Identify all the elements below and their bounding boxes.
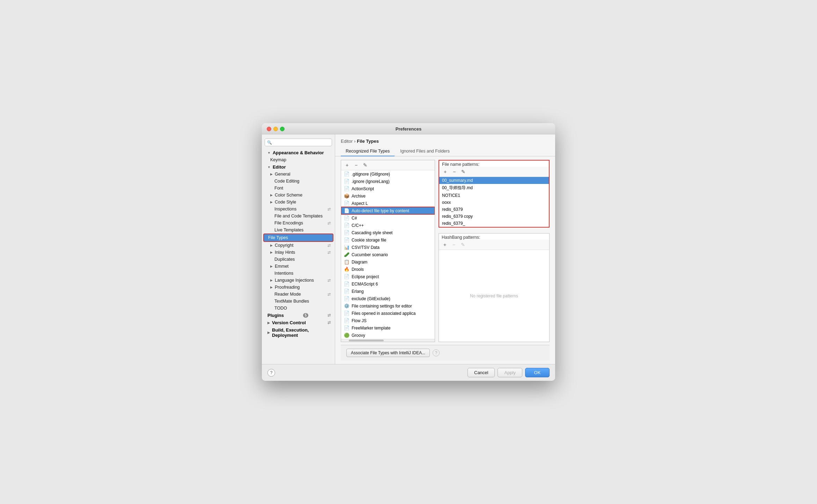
sidebar-item-label: Inspections [274, 207, 296, 212]
remove-hashbang-button[interactable]: − [450, 241, 458, 248]
sidebar-item-live-templates[interactable]: Live Templates [262, 227, 335, 234]
sync-icon: ⇄ [327, 320, 331, 325]
pattern-item[interactable]: redis_6379_ [439, 220, 549, 227]
sidebar-item-duplicates[interactable]: Duplicates [262, 256, 335, 263]
groovy-icon: 🟢 [344, 333, 349, 338]
sidebar-item-emmet[interactable]: ▶ Emmet [262, 263, 335, 270]
pattern-item[interactable]: redis_6379 copy [439, 213, 549, 220]
sidebar-item-language-injections[interactable]: ▶ Language Injections ⇄ [262, 277, 335, 284]
list-item[interactable]: 📄 Erlang [341, 288, 435, 295]
list-item[interactable]: 📄 .ignore (IgnoreLang) [341, 178, 435, 185]
hashbang-patterns-panel: HashBang patterns: + − ✎ No registered f… [439, 233, 550, 342]
sidebar-item-file-templates[interactable]: File and Code Templates [262, 213, 335, 220]
sidebar-item-proofreading[interactable]: ▶ Proofreading [262, 284, 335, 291]
sidebar-item-label: Language Injections [275, 278, 314, 283]
list-item[interactable]: 📄 Flow JS [341, 317, 435, 324]
remove-file-type-button[interactable]: − [352, 162, 360, 169]
horizontal-scrollbar[interactable] [341, 339, 435, 342]
sidebar-item-file-types[interactable]: File Types [263, 234, 333, 242]
sidebar-item-appearance[interactable]: ▼ Appearance & Behavior [262, 149, 335, 156]
sidebar-item-file-encodings[interactable]: File Encodings ⇄ [262, 220, 335, 227]
sidebar-item-label: Color Scheme [275, 193, 302, 198]
sidebar-item-inlay-hints[interactable]: ▶ Inlay Hints ⇄ [262, 249, 335, 256]
ok-button[interactable]: OK [525, 368, 550, 377]
question-button[interactable]: ? [267, 369, 275, 377]
file-icon: 📄 [344, 171, 349, 177]
sidebar-item-reader-mode[interactable]: Reader Mode ⇄ [262, 291, 335, 298]
pattern-item[interactable]: 00_summary.md [439, 177, 549, 184]
close-button[interactable] [267, 127, 271, 131]
help-icon[interactable]: ? [433, 349, 440, 356]
sidebar-item-label: Version Control [272, 320, 306, 325]
associate-button[interactable]: Associate File Types with IntelliJ IDEA.… [346, 349, 430, 357]
sidebar-item-plugins[interactable]: Plugins 5 ⇄ [262, 312, 335, 319]
chevron-right-icon: ▶ [270, 279, 273, 282]
sidebar-item-copyright[interactable]: ▶ Copyright ⇄ [262, 242, 335, 249]
sidebar-item-general[interactable]: ▶ General [262, 171, 335, 178]
minimize-button[interactable] [273, 127, 278, 131]
titlebar: Preferences [262, 123, 555, 134]
sidebar-item-editor[interactable]: ▼ Editor [262, 163, 335, 171]
search-input[interactable] [273, 140, 330, 145]
list-item[interactable]: 🔥 Drools [341, 266, 435, 273]
edit-pattern-button[interactable]: ✎ [459, 168, 467, 175]
list-item[interactable]: 🟢 Groovy [341, 332, 435, 339]
list-item[interactable]: ⚙️ File containing settings for editor [341, 302, 435, 310]
list-item[interactable]: 📄 Aspect L [341, 200, 435, 207]
sidebar-item-label: Inlay Hints [275, 250, 295, 255]
add-hashbang-button[interactable]: + [441, 241, 449, 248]
sidebar: 🔍 ▼ Appearance & Behavior Keymap ▼ Edito… [262, 134, 335, 364]
sidebar-item-keymap[interactable]: Keymap [262, 156, 335, 163]
sidebar-item-build[interactable]: ▶ Build, Execution, Deployment [262, 326, 335, 339]
list-item[interactable]: 🥒 Cucumber scenario [341, 251, 435, 258]
list-item[interactable]: 📄 Cascading style sheet [341, 229, 435, 236]
sidebar-item-version-control[interactable]: ▶ Version Control ⇄ [262, 319, 335, 326]
sidebar-item-code-editing[interactable]: Code Editing [262, 178, 335, 185]
pattern-item[interactable]: NOTICE1 [439, 192, 549, 199]
sidebar-item-textmate[interactable]: TextMate Bundles [262, 298, 335, 305]
tab-ignored[interactable]: Ignored Files and Folders [395, 147, 455, 156]
sidebar-item-todo[interactable]: TODO [262, 305, 335, 312]
cancel-button[interactable]: Cancel [468, 368, 495, 377]
list-item[interactable]: 📄 .gitignore (GitIgnore) [341, 170, 435, 178]
search-icon: 🔍 [267, 140, 272, 145]
sidebar-search[interactable]: 🔍 [265, 139, 332, 146]
edit-file-type-button[interactable]: ✎ [361, 162, 369, 169]
pattern-item[interactable]: ooxx [439, 199, 549, 206]
sidebar-item-intentions[interactable]: Intentions [262, 270, 335, 277]
list-item[interactable]: 📄 Cookie storage file [341, 236, 435, 244]
list-item[interactable]: 📄 FreeMarker template [341, 324, 435, 332]
add-file-type-button[interactable]: + [343, 162, 351, 169]
bottom-bar: Associate File Types with IntelliJ IDEA.… [341, 345, 550, 361]
sync-icon: ⇄ [327, 250, 331, 255]
sidebar-item-font[interactable]: Font [262, 185, 335, 192]
list-item[interactable]: 📋 Diagram [341, 258, 435, 266]
sidebar-item-code-style[interactable]: ▶ Code Style [262, 199, 335, 206]
list-item[interactable]: 📦 Archive [341, 192, 435, 200]
tab-recognized[interactable]: Recognized File Types [341, 147, 395, 156]
chevron-right-icon: ▶ [270, 265, 273, 268]
sidebar-item-inspections[interactable]: Inspections ⇄ [262, 206, 335, 213]
list-item-auto-detect[interactable]: 📄 Auto-detect file type by content [341, 207, 435, 214]
maximize-button[interactable] [280, 127, 285, 131]
list-item[interactable]: 📄 C/C++ [341, 222, 435, 229]
list-item[interactable]: 📄 ECMAScript 6 [341, 280, 435, 288]
edit-hashbang-button[interactable]: ✎ [459, 241, 467, 248]
pattern-item[interactable]: redis_6379 [439, 206, 549, 213]
list-item[interactable]: 📄 Eclipse project [341, 273, 435, 280]
file-patterns-header: File name patterns: [439, 161, 549, 167]
remove-pattern-button[interactable]: − [450, 168, 458, 175]
apply-button[interactable]: Apply [498, 368, 522, 377]
pattern-item[interactable]: 00_导师指导.md [439, 184, 549, 192]
add-pattern-button[interactable]: + [441, 168, 449, 175]
list-item[interactable]: 📄 C# [341, 214, 435, 222]
sidebar-item-color-scheme[interactable]: ▶ Color Scheme [262, 192, 335, 199]
drools-icon: 🔥 [344, 267, 349, 272]
chevron-right-icon: ▶ [270, 193, 273, 197]
sidebar-item-label: Code Style [275, 200, 296, 205]
list-item[interactable]: 📊 CSV/TSV Data [341, 244, 435, 251]
sidebar-item-label: Appearance & Behavior [273, 150, 324, 155]
list-item[interactable]: 📄 exclude (GitExclude) [341, 295, 435, 302]
list-item[interactable]: 📄 ActionScript [341, 185, 435, 192]
list-item[interactable]: 📄 Files opened in associated applica [341, 310, 435, 317]
